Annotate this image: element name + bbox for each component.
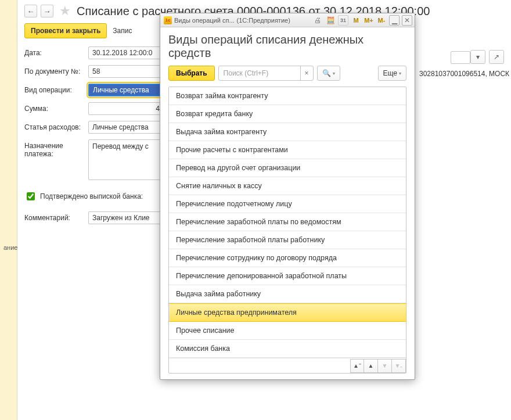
minimize-icon[interactable]: ▁ <box>389 15 400 26</box>
nav-prev-button[interactable]: ← <box>24 5 37 17</box>
left-tab-bar: ание <box>0 0 17 420</box>
operation-list-item[interactable]: Возврат займа контрагенту <box>169 87 406 105</box>
scroll-last-button[interactable]: ▼▁ <box>392 359 406 373</box>
dialog-mode: (1С:Предприятие) <box>237 17 290 24</box>
operation-list-item[interactable]: Выдача займа контрагенту <box>169 123 406 141</box>
mem-mminus-icon[interactable]: M- <box>376 15 387 26</box>
doc-num-field[interactable] <box>88 65 164 78</box>
operation-types-dialog: 1c Виды операций сп... (1С:Предприятие) … <box>160 13 415 380</box>
operation-list-item[interactable]: Перевод на другой счет организации <box>169 159 406 177</box>
more-button[interactable]: Еще ▾ <box>378 66 406 81</box>
right-buttons-group: ▾ ↗ <box>470 50 504 64</box>
submit-close-button[interactable]: Провести и закрыть <box>24 23 107 38</box>
dialog-toolbar: Выбрать × 🔍 ▾ Еще ▾ <box>168 66 406 81</box>
operation-type-field[interactable] <box>88 84 164 96</box>
operation-list-item[interactable]: Возврат кредита банку <box>169 105 406 123</box>
list-nav-footer: ▲▔ ▲ ▼ ▼▁ <box>169 358 406 373</box>
write-text[interactable]: Запис <box>113 27 132 35</box>
mem-mplus-icon[interactable]: M+ <box>364 15 374 26</box>
sum-field[interactable] <box>88 102 164 115</box>
print-icon[interactable]: 🖨 <box>312 15 323 26</box>
search-clear-icon[interactable]: × <box>300 66 313 80</box>
operation-list-item[interactable]: Снятие наличных в кассу <box>169 177 406 195</box>
search-input[interactable] <box>219 69 300 77</box>
more-label: Еще <box>383 69 397 77</box>
favorite-star-icon[interactable]: ★ <box>59 3 71 19</box>
calendar-icon[interactable]: 31 <box>338 15 348 26</box>
scroll-down-button[interactable]: ▼ <box>378 359 392 373</box>
dialog-titlebar[interactable]: 1c Виды операций сп... (1С:Предприятие) … <box>160 13 415 27</box>
operation-list-item[interactable]: Личные средства предпринимателя <box>169 303 406 322</box>
operation-list-item[interactable]: Перечисление депонированной заработной п… <box>169 267 406 285</box>
scroll-up-button[interactable]: ▲ <box>364 359 378 373</box>
nav-next-button[interactable]: → <box>41 5 53 17</box>
confirmed-checkbox[interactable] <box>27 192 35 200</box>
search-box: × <box>218 66 314 81</box>
expense-field[interactable] <box>88 121 164 134</box>
open-external-button[interactable]: ↗ <box>489 50 504 64</box>
date-label: Дата: <box>24 46 88 57</box>
small-blank-field[interactable] <box>451 51 470 64</box>
operation-list-item[interactable]: Комиссия банка <box>169 340 406 358</box>
app-logo-icon: 1c <box>164 16 172 24</box>
filter-button[interactable]: 🔍 ▾ <box>317 66 340 81</box>
dialog-title: Виды операций сп... <box>174 17 235 24</box>
close-icon[interactable]: ✕ <box>402 15 412 26</box>
dialog-header: Виды операций списания денежных средств <box>168 33 406 60</box>
date-field[interactable] <box>88 46 164 59</box>
operation-type-label: Вид операции: <box>24 84 88 94</box>
confirmed-label: Подтверждено выпиской банка: <box>40 192 143 200</box>
search-icon: 🔍 <box>322 69 331 77</box>
scroll-first-button[interactable]: ▲▔ <box>350 359 364 373</box>
operation-list-item[interactable]: Выдача займа работнику <box>169 285 406 303</box>
left-tab-text: ание <box>3 244 17 251</box>
expense-label: Статья расходов: <box>24 121 88 131</box>
select-button[interactable]: Выбрать <box>168 66 215 81</box>
operation-list-item[interactable]: Перечисление сотруднику по договору подр… <box>169 249 406 267</box>
chevron-down-icon: ▾ <box>399 71 401 76</box>
operation-list-item[interactable]: Перечисление заработной платы работнику <box>169 231 406 249</box>
doc-num-label: По документу №: <box>24 65 88 76</box>
operation-list-item[interactable]: Прочие расчеты с контрагентами <box>169 141 406 159</box>
comment-field[interactable] <box>88 211 164 224</box>
operation-list-item[interactable]: Перечисление заработной платы по ведомос… <box>169 213 406 231</box>
calculator-icon[interactable]: 🧮 <box>325 15 336 26</box>
operation-list-item[interactable]: Перечисление подотчетному лицу <box>169 195 406 213</box>
small-dropdown-button[interactable]: ▾ <box>470 50 485 64</box>
account-snippet: 30281037001096514, МОСК <box>419 70 509 78</box>
comment-label: Комментарий: <box>24 214 82 222</box>
sum-label: Сумма: <box>24 102 88 113</box>
operation-list: Возврат займа контрагентуВозврат кредита… <box>168 87 406 374</box>
operation-list-item[interactable]: Прочее списание <box>169 322 406 340</box>
mem-m-icon[interactable]: M <box>351 15 361 26</box>
operation-list-items: Возврат займа контрагентуВозврат кредита… <box>169 87 406 358</box>
purpose-label: Назначение платежа: <box>24 139 88 158</box>
chevron-down-icon: ▾ <box>333 71 335 76</box>
